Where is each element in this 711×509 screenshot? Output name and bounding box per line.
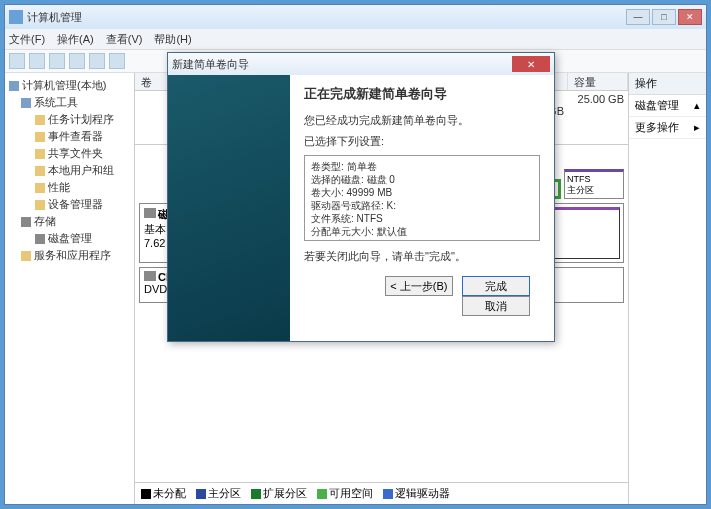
minimize-button[interactable]: — (626, 9, 650, 25)
actions-header: 操作 (629, 73, 706, 95)
menubar: 文件(F) 操作(A) 查看(V) 帮助(H) (5, 29, 706, 49)
legend-swatch (141, 489, 151, 499)
menu-view[interactable]: 查看(V) (106, 32, 143, 47)
back-icon[interactable] (9, 53, 25, 69)
dialog-close-button[interactable]: ✕ (512, 56, 550, 72)
partition-ntfs[interactable]: NTFS主分区 (564, 169, 624, 199)
actions-item-diskmgmt[interactable]: 磁盘管理▴ (629, 95, 706, 117)
wizard-dialog: 新建简单卷向导 ✕ 正在完成新建简单卷向导 您已经成功完成新建简单卷向导。 已选… (167, 52, 555, 342)
device-icon (35, 200, 45, 210)
dialog-text: 您已经成功完成新建简单卷向导。 (304, 113, 540, 128)
menu-help[interactable]: 帮助(H) (154, 32, 191, 47)
tree-item[interactable]: 共享文件夹 (7, 145, 132, 162)
perf-icon (35, 183, 45, 193)
users-icon (35, 166, 45, 176)
maximize-button[interactable]: □ (652, 9, 676, 25)
help-icon[interactable] (89, 53, 105, 69)
storage-icon (21, 217, 31, 227)
legend-swatch (317, 489, 327, 499)
wrench-icon (21, 98, 31, 108)
close-button[interactable]: ✕ (678, 9, 702, 25)
legend-swatch (196, 489, 206, 499)
share-icon (35, 149, 45, 159)
size-cell: 25.00 GB (568, 91, 628, 107)
tree-item[interactable]: 事件查看器 (7, 128, 132, 145)
refresh-icon[interactable] (49, 53, 65, 69)
dialog-heading: 正在完成新建简单卷向导 (304, 85, 540, 103)
tree-root[interactable]: 计算机管理(本地) (7, 77, 132, 94)
dialog-text: 若要关闭此向导，请单击"完成"。 (304, 249, 540, 264)
tree-item[interactable]: 设备管理器 (7, 196, 132, 213)
col-capacity[interactable]: 容量 (568, 73, 628, 90)
services-icon (21, 251, 31, 261)
dialog-text: 已选择下列设置: (304, 134, 540, 149)
menu-file[interactable]: 文件(F) (9, 32, 45, 47)
event-icon (35, 132, 45, 142)
forward-icon[interactable] (29, 53, 45, 69)
tree-item[interactable]: 本地用户和组 (7, 162, 132, 179)
finish-button[interactable]: 完成 (462, 276, 530, 296)
tree-services[interactable]: 服务和应用程序 (7, 247, 132, 264)
cancel-button[interactable]: 取消 (462, 296, 530, 316)
menu-action[interactable]: 操作(A) (57, 32, 94, 47)
back-button[interactable]: < 上一步(B) (385, 276, 453, 296)
cdrom-icon (144, 271, 156, 281)
disk-icon (144, 208, 156, 218)
settings-summary[interactable]: 卷类型: 简单卷 选择的磁盘: 磁盘 0 卷大小: 49999 MB 驱动器号或… (304, 155, 540, 241)
nav-tree[interactable]: 计算机管理(本地) 系统工具 任务计划程序 事件查看器 共享文件夹 本地用户和组… (5, 73, 135, 504)
actions-item-more[interactable]: 更多操作▸ (629, 117, 706, 139)
tree-item[interactable]: 任务计划程序 (7, 111, 132, 128)
view-icon[interactable] (109, 53, 125, 69)
tree-storage[interactable]: 存储 (7, 213, 132, 230)
task-icon (35, 115, 45, 125)
computer-icon (9, 81, 19, 91)
legend-swatch (383, 489, 393, 499)
app-icon (9, 10, 23, 24)
dialog-content: 正在完成新建简单卷向导 您已经成功完成新建简单卷向导。 已选择下列设置: 卷类型… (290, 75, 554, 341)
tree-system-tools[interactable]: 系统工具 (7, 94, 132, 111)
dialog-title: 新建简单卷向导 (172, 57, 512, 72)
window-title: 计算机管理 (27, 10, 626, 25)
chevron-right-icon: ▸ (694, 121, 700, 134)
legend-swatch (251, 489, 261, 499)
chevron-up-icon: ▴ (694, 99, 700, 112)
settings-icon[interactable] (69, 53, 85, 69)
dialog-sidebar (168, 75, 290, 341)
actions-pane: 操作 磁盘管理▴ 更多操作▸ (628, 73, 706, 504)
dialog-titlebar[interactable]: 新建简单卷向导 ✕ (168, 53, 554, 75)
legend: 未分配 主分区 扩展分区 可用空间 逻辑驱动器 (135, 482, 628, 504)
titlebar[interactable]: 计算机管理 — □ ✕ (5, 5, 706, 29)
tree-item[interactable]: 性能 (7, 179, 132, 196)
tree-disk-mgmt[interactable]: 磁盘管理 (7, 230, 132, 247)
disk-icon (35, 234, 45, 244)
